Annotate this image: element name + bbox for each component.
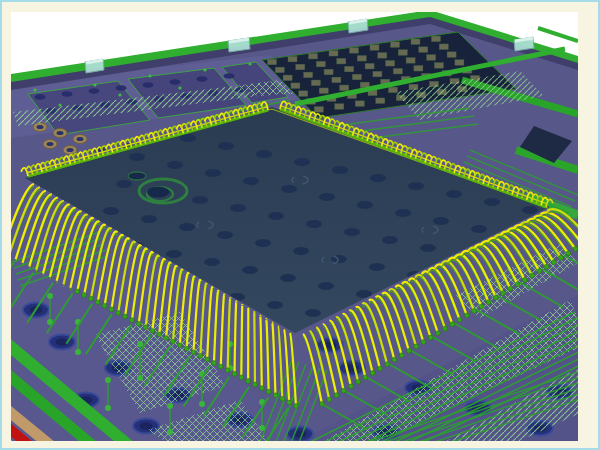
die-ring-core [147,187,169,198]
die-mark [128,172,146,180]
scene-root [0,10,600,450]
app-window [0,0,600,450]
pcb-3d-viewport[interactable] [0,0,600,450]
